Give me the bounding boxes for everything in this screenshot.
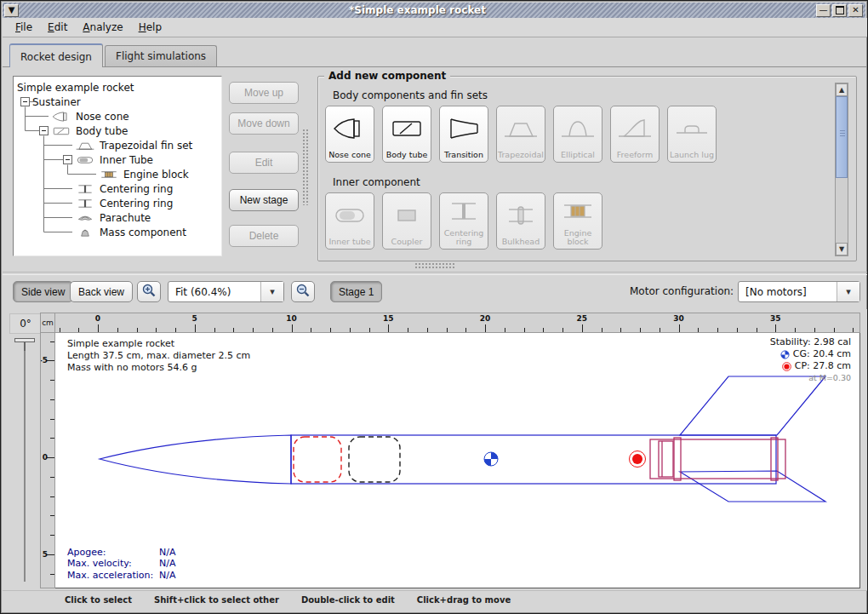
vertical-splitter-handle[interactable] bbox=[302, 129, 308, 205]
component-button-freeform[interactable]: Freeform bbox=[610, 106, 660, 163]
maximize-icon bbox=[836, 6, 844, 14]
ruler-tick bbox=[50, 399, 54, 400]
new-stage-button[interactable]: New stage bbox=[229, 189, 299, 211]
component-button-label: Launch lug bbox=[670, 151, 714, 159]
component-button-bulkhead[interactable]: Bulkhead bbox=[496, 192, 545, 250]
window-menu-button[interactable]: ▼ bbox=[4, 4, 19, 17]
centering-ring-2-outline bbox=[771, 438, 778, 480]
scrollbar-thumb[interactable] bbox=[836, 96, 848, 178]
ruler-tick bbox=[50, 477, 54, 478]
component-button-inner-tube[interactable]: Inner tube bbox=[325, 192, 374, 250]
ruler-tick bbox=[47, 360, 54, 361]
ruler-label: 5 bbox=[43, 550, 48, 559]
stability-info: Stability: 2.98 cal CG: 20.4 cm CP: 27.8… bbox=[770, 336, 851, 384]
ruler-tick bbox=[50, 380, 54, 381]
menu-file[interactable]: File bbox=[8, 20, 40, 35]
component-button-label: Centering ring bbox=[441, 229, 487, 246]
ruler-tick bbox=[330, 328, 331, 332]
collapse-icon[interactable] bbox=[63, 155, 72, 164]
ruler-tick bbox=[465, 328, 466, 332]
zoom-out-icon bbox=[295, 283, 311, 301]
body-components-label: Body components and fin sets bbox=[333, 89, 488, 101]
centeringring-icon bbox=[75, 183, 95, 195]
scroll-down-button[interactable]: ▼ bbox=[836, 243, 848, 255]
tab-rocket-design[interactable]: Rocket design bbox=[9, 43, 103, 67]
ruler-tick bbox=[757, 328, 757, 332]
bodytube-icon bbox=[387, 106, 426, 151]
transition-icon bbox=[444, 106, 483, 151]
ruler-tick bbox=[543, 328, 544, 332]
zoom-level-value: Fit (60.4%) bbox=[168, 286, 260, 298]
component-button-centering-ring[interactable]: Centering ring bbox=[439, 192, 488, 250]
menu-help[interactable]: Help bbox=[131, 20, 169, 35]
menu-edit[interactable]: Edit bbox=[40, 20, 75, 35]
horizontal-splitter-handle[interactable] bbox=[414, 262, 455, 269]
component-button-nose-cone[interactable]: Nose cone bbox=[325, 106, 374, 163]
component-button-label: Inner tube bbox=[328, 238, 370, 246]
collapse-icon[interactable] bbox=[39, 126, 49, 135]
rocket-canvas[interactable]: Simple example rocketLength 37.5 cm, max… bbox=[55, 333, 860, 588]
ruler-tick bbox=[737, 328, 738, 332]
chevron-down-icon: ▾ bbox=[837, 282, 859, 301]
move-up-button[interactable]: Move up bbox=[229, 82, 299, 104]
top-fin-outline bbox=[680, 376, 825, 435]
ruler-tick bbox=[717, 328, 718, 332]
minimize-button[interactable]: — bbox=[816, 4, 831, 17]
ruler-tick bbox=[388, 324, 389, 332]
component-button-launch-lug[interactable]: Launch lug bbox=[667, 106, 717, 163]
component-button-label: Body tube bbox=[386, 151, 428, 159]
component-button-label: Trapezoidal bbox=[498, 151, 544, 159]
menu-analyze[interactable]: Analyze bbox=[75, 20, 130, 35]
tab-flight-simulations[interactable]: Flight simulations bbox=[105, 45, 217, 66]
component-button-transition[interactable]: Transition bbox=[439, 106, 488, 163]
minimize-icon: — bbox=[819, 6, 828, 14]
component-button-engine-block[interactable]: Engine block bbox=[553, 192, 602, 250]
motor-configuration-select[interactable]: [No motors] ▾ bbox=[738, 281, 860, 302]
maximize-button[interactable] bbox=[832, 4, 847, 17]
tree-connector-lines bbox=[14, 77, 222, 255]
component-button-coupler[interactable]: Coupler bbox=[382, 192, 431, 250]
ruler-tick bbox=[156, 328, 157, 332]
status-hint: Click to select bbox=[65, 595, 132, 605]
zoom-level-select[interactable]: Fit (60.4%) ▾ bbox=[168, 281, 284, 302]
close-button[interactable]: ✕ bbox=[848, 4, 863, 17]
ruler-tick bbox=[795, 328, 796, 332]
flight-info-value: N/A bbox=[159, 558, 175, 570]
component-button-label: Bulkhead bbox=[502, 238, 540, 246]
component-tree[interactable]: Simple example rocketSustainerNose coneB… bbox=[13, 76, 222, 256]
edit-button[interactable]: Edit bbox=[229, 152, 299, 174]
component-scrollbar[interactable]: ▲ ▼ bbox=[835, 83, 848, 256]
component-button-body-tube[interactable]: Body tube bbox=[382, 106, 431, 163]
elliptical-icon bbox=[558, 106, 597, 151]
move-down-button[interactable]: Move down bbox=[229, 112, 299, 135]
innertube-icon bbox=[75, 154, 95, 166]
rotation-slider-thumb[interactable] bbox=[14, 338, 35, 342]
rotation-slider-track[interactable] bbox=[24, 343, 26, 582]
component-button-elliptical[interactable]: Elliptical bbox=[553, 106, 602, 163]
window-menu-icon: ▼ bbox=[9, 6, 15, 14]
engine-block-outline bbox=[659, 441, 673, 477]
ruler-label: 35 bbox=[770, 314, 781, 323]
finset-icon bbox=[75, 140, 95, 152]
back-view-button[interactable]: Back view bbox=[70, 281, 133, 302]
side-view-button[interactable]: Side view bbox=[13, 281, 73, 302]
inner-component-label: Inner component bbox=[333, 176, 420, 188]
stage-1-toggle[interactable]: Stage 1 bbox=[330, 281, 382, 302]
zoom-in-button[interactable] bbox=[137, 281, 161, 302]
ruler-tick bbox=[640, 328, 641, 332]
summary-line: Length 37.5 cm, max. diameter 2.5 cm bbox=[67, 350, 250, 362]
flight-info-value: N/A bbox=[159, 547, 175, 559]
engineblock-icon bbox=[99, 169, 119, 181]
stability-value: Stability: 2.98 cal bbox=[770, 336, 851, 348]
motor-configuration-label: Motor configuration: bbox=[630, 285, 734, 297]
collapse-icon[interactable] bbox=[20, 97, 30, 106]
zoom-out-button[interactable] bbox=[291, 281, 315, 302]
ruler-label: 15 bbox=[383, 314, 394, 323]
component-button-trapezoidal[interactable]: Trapezoidal bbox=[496, 106, 545, 163]
parachute-icon bbox=[75, 212, 95, 224]
delete-button[interactable]: Delete bbox=[229, 225, 299, 247]
vertical-ruler: -505 bbox=[40, 333, 55, 588]
scroll-up-button[interactable]: ▲ bbox=[836, 83, 848, 96]
zoom-in-icon bbox=[141, 283, 157, 301]
bottom-fin-outline bbox=[680, 471, 825, 502]
